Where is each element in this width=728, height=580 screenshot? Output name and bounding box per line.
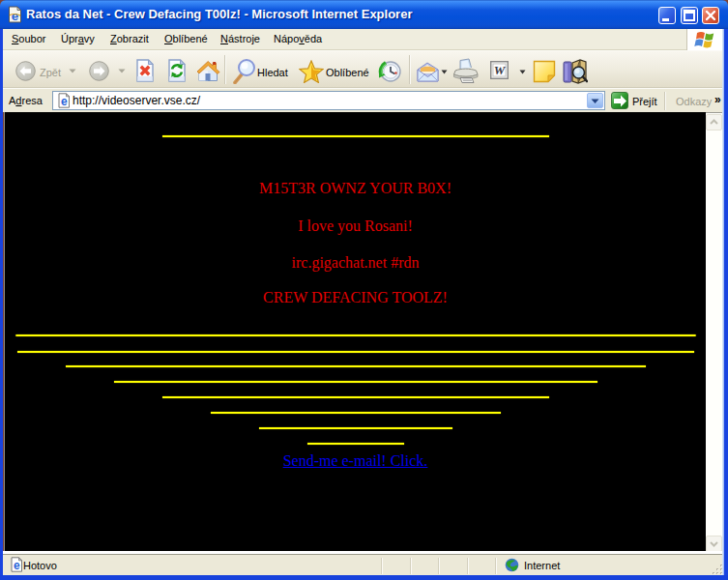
svg-text:W: W <box>494 63 507 77</box>
svg-text:e: e <box>14 559 20 572</box>
svg-text:e: e <box>12 9 19 23</box>
svg-text:e: e <box>61 95 68 108</box>
